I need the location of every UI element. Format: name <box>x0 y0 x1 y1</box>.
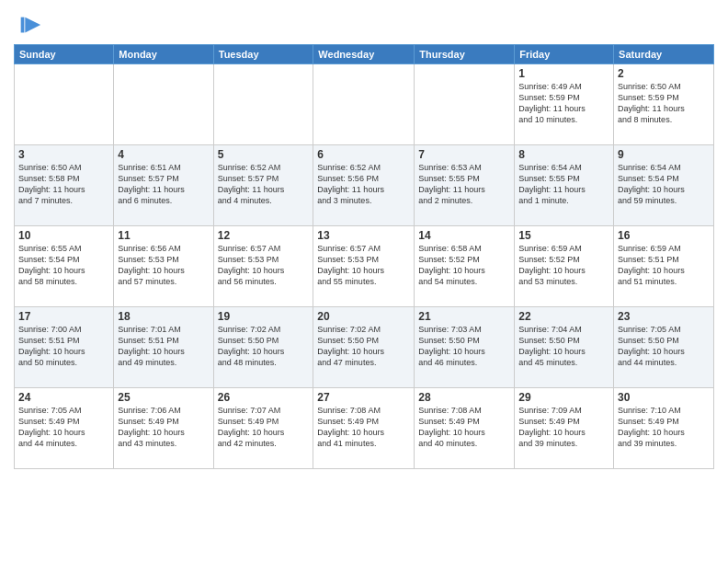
calendar-cell: 30Sunrise: 7:10 AM Sunset: 5:49 PM Dayli… <box>614 388 714 469</box>
day-info: Sunrise: 7:03 AM Sunset: 5:50 PM Dayligh… <box>418 324 510 369</box>
day-info: Sunrise: 7:02 AM Sunset: 5:50 PM Dayligh… <box>317 324 410 369</box>
day-info: Sunrise: 6:53 AM Sunset: 5:55 PM Dayligh… <box>418 162 510 207</box>
calendar-cell: 14Sunrise: 6:58 AM Sunset: 5:52 PM Dayli… <box>415 226 515 307</box>
day-number: 14 <box>418 229 510 242</box>
calendar-cell: 22Sunrise: 7:04 AM Sunset: 5:50 PM Dayli… <box>515 307 614 388</box>
day-info: Sunrise: 6:52 AM Sunset: 5:57 PM Dayligh… <box>218 162 310 207</box>
day-info: Sunrise: 7:02 AM Sunset: 5:50 PM Dayligh… <box>218 324 310 369</box>
day-info: Sunrise: 6:49 AM Sunset: 5:59 PM Dayligh… <box>518 81 609 126</box>
day-info: Sunrise: 6:54 AM Sunset: 5:54 PM Dayligh… <box>618 162 710 207</box>
calendar-cell: 17Sunrise: 7:00 AM Sunset: 5:51 PM Dayli… <box>15 307 114 388</box>
day-info: Sunrise: 6:52 AM Sunset: 5:56 PM Dayligh… <box>317 162 410 207</box>
day-number: 11 <box>118 229 209 242</box>
calendar-cell: 25Sunrise: 7:06 AM Sunset: 5:49 PM Dayli… <box>114 388 213 469</box>
day-number: 28 <box>418 391 510 404</box>
calendar-cell: 4Sunrise: 6:51 AM Sunset: 5:57 PM Daylig… <box>114 145 213 226</box>
calendar-cell: 19Sunrise: 7:02 AM Sunset: 5:50 PM Dayli… <box>213 307 313 388</box>
calendar-cell: 1Sunrise: 6:49 AM Sunset: 5:59 PM Daylig… <box>515 64 614 145</box>
calendar-cell: 16Sunrise: 6:59 AM Sunset: 5:51 PM Dayli… <box>614 226 714 307</box>
day-number: 9 <box>618 148 710 161</box>
day-number: 6 <box>317 148 410 161</box>
calendar-cell: 28Sunrise: 7:08 AM Sunset: 5:49 PM Dayli… <box>415 388 515 469</box>
day-info: Sunrise: 6:55 AM Sunset: 5:54 PM Dayligh… <box>18 243 109 288</box>
day-number: 3 <box>18 148 109 161</box>
day-info: Sunrise: 7:00 AM Sunset: 5:51 PM Dayligh… <box>18 324 109 369</box>
calendar-cell: 12Sunrise: 6:57 AM Sunset: 5:53 PM Dayli… <box>213 226 313 307</box>
day-info: Sunrise: 7:01 AM Sunset: 5:51 PM Dayligh… <box>118 324 209 369</box>
calendar-cell: 23Sunrise: 7:05 AM Sunset: 5:50 PM Dayli… <box>614 307 714 388</box>
logo-icon <box>17 13 42 39</box>
calendar-header-wednesday: Wednesday <box>313 45 415 64</box>
day-number: 22 <box>518 310 609 323</box>
page-container: SundayMondayTuesdayWednesdayThursdayFrid… <box>0 0 728 474</box>
day-number: 29 <box>518 391 609 404</box>
calendar-cell: 26Sunrise: 7:07 AM Sunset: 5:49 PM Dayli… <box>213 388 313 469</box>
calendar-cell: 10Sunrise: 6:55 AM Sunset: 5:54 PM Dayli… <box>15 226 114 307</box>
calendar-cell: 15Sunrise: 6:59 AM Sunset: 5:52 PM Dayli… <box>515 226 614 307</box>
calendar-header-saturday: Saturday <box>614 45 714 64</box>
calendar-cell: 9Sunrise: 6:54 AM Sunset: 5:54 PM Daylig… <box>614 145 714 226</box>
calendar-header-tuesday: Tuesday <box>213 45 313 64</box>
day-number: 17 <box>18 310 109 323</box>
day-number: 15 <box>518 229 609 242</box>
day-number: 4 <box>118 148 209 161</box>
day-info: Sunrise: 7:08 AM Sunset: 5:49 PM Dayligh… <box>317 405 410 450</box>
day-info: Sunrise: 7:07 AM Sunset: 5:49 PM Dayligh… <box>218 405 310 450</box>
day-info: Sunrise: 7:04 AM Sunset: 5:50 PM Dayligh… <box>518 324 609 369</box>
day-info: Sunrise: 7:06 AM Sunset: 5:49 PM Dayligh… <box>118 405 209 450</box>
day-number: 10 <box>18 229 109 242</box>
day-info: Sunrise: 6:56 AM Sunset: 5:53 PM Dayligh… <box>118 243 209 288</box>
day-info: Sunrise: 6:58 AM Sunset: 5:52 PM Dayligh… <box>418 243 510 288</box>
day-info: Sunrise: 6:50 AM Sunset: 5:59 PM Dayligh… <box>618 81 710 126</box>
calendar-week-1: 1Sunrise: 6:49 AM Sunset: 5:59 PM Daylig… <box>15 64 714 145</box>
calendar-week-5: 24Sunrise: 7:05 AM Sunset: 5:49 PM Dayli… <box>15 388 714 469</box>
day-info: Sunrise: 6:51 AM Sunset: 5:57 PM Dayligh… <box>118 162 209 207</box>
day-number: 1 <box>518 67 609 80</box>
calendar-cell <box>114 64 213 145</box>
calendar-cell <box>415 64 515 145</box>
calendar-week-2: 3Sunrise: 6:50 AM Sunset: 5:58 PM Daylig… <box>15 145 714 226</box>
day-number: 21 <box>418 310 510 323</box>
calendar-cell <box>213 64 313 145</box>
day-number: 25 <box>118 391 209 404</box>
day-number: 12 <box>218 229 310 242</box>
calendar-cell: 13Sunrise: 6:57 AM Sunset: 5:53 PM Dayli… <box>313 226 415 307</box>
day-number: 18 <box>118 310 209 323</box>
calendar-header-thursday: Thursday <box>415 45 515 64</box>
calendar-header-row: SundayMondayTuesdayWednesdayThursdayFrid… <box>15 45 714 64</box>
day-number: 7 <box>418 148 510 161</box>
calendar-week-4: 17Sunrise: 7:00 AM Sunset: 5:51 PM Dayli… <box>15 307 714 388</box>
day-info: Sunrise: 6:57 AM Sunset: 5:53 PM Dayligh… <box>218 243 310 288</box>
day-info: Sunrise: 6:59 AM Sunset: 5:52 PM Dayligh… <box>518 243 609 288</box>
calendar-header-friday: Friday <box>515 45 614 64</box>
day-number: 26 <box>218 391 310 404</box>
calendar-cell: 18Sunrise: 7:01 AM Sunset: 5:51 PM Dayli… <box>114 307 213 388</box>
day-number: 5 <box>218 148 310 161</box>
day-info: Sunrise: 7:09 AM Sunset: 5:49 PM Dayligh… <box>518 405 609 450</box>
calendar-table: SundayMondayTuesdayWednesdayThursdayFrid… <box>14 44 714 469</box>
calendar-cell: 5Sunrise: 6:52 AM Sunset: 5:57 PM Daylig… <box>213 145 313 226</box>
day-number: 30 <box>618 391 710 404</box>
logo <box>14 13 42 39</box>
day-number: 24 <box>18 391 109 404</box>
day-number: 2 <box>618 67 710 80</box>
calendar-cell: 24Sunrise: 7:05 AM Sunset: 5:49 PM Dayli… <box>15 388 114 469</box>
calendar-header-monday: Monday <box>114 45 213 64</box>
calendar-cell: 20Sunrise: 7:02 AM Sunset: 5:50 PM Dayli… <box>313 307 415 388</box>
day-info: Sunrise: 6:59 AM Sunset: 5:51 PM Dayligh… <box>618 243 710 288</box>
calendar-week-3: 10Sunrise: 6:55 AM Sunset: 5:54 PM Dayli… <box>15 226 714 307</box>
day-info: Sunrise: 6:54 AM Sunset: 5:55 PM Dayligh… <box>518 162 609 207</box>
calendar-cell: 2Sunrise: 6:50 AM Sunset: 5:59 PM Daylig… <box>614 64 714 145</box>
calendar-cell: 21Sunrise: 7:03 AM Sunset: 5:50 PM Dayli… <box>415 307 515 388</box>
day-number: 20 <box>317 310 410 323</box>
day-number: 23 <box>618 310 710 323</box>
day-info: Sunrise: 7:10 AM Sunset: 5:49 PM Dayligh… <box>618 405 710 450</box>
svg-marker-0 <box>25 17 40 33</box>
day-info: Sunrise: 7:05 AM Sunset: 5:49 PM Dayligh… <box>18 405 109 450</box>
calendar-header-sunday: Sunday <box>15 45 114 64</box>
calendar-cell: 29Sunrise: 7:09 AM Sunset: 5:49 PM Dayli… <box>515 388 614 469</box>
day-number: 13 <box>317 229 410 242</box>
calendar-cell <box>313 64 415 145</box>
calendar-cell: 7Sunrise: 6:53 AM Sunset: 5:55 PM Daylig… <box>415 145 515 226</box>
calendar-cell <box>15 64 114 145</box>
